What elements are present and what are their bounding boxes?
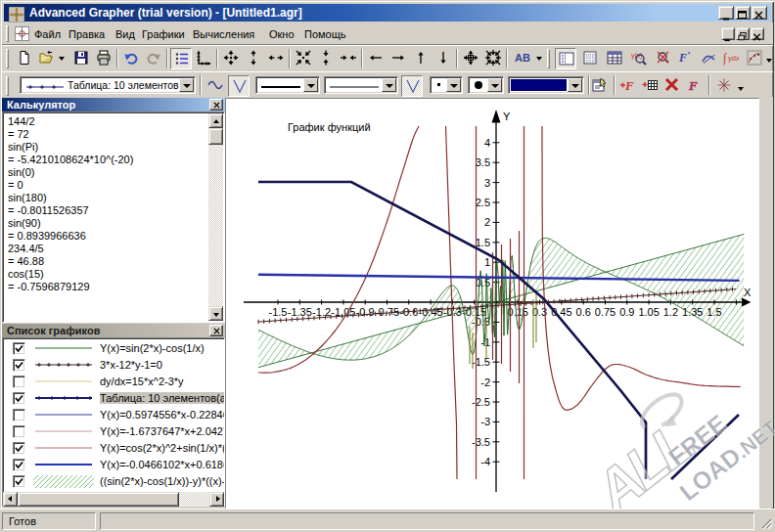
svg-text:F: F (688, 78, 698, 93)
svg-text:-2: -2 (480, 377, 490, 388)
svg-text:F: F (678, 51, 687, 65)
svg-text:-1: -1 (480, 336, 490, 348)
svg-text:-2.5: -2.5 (472, 396, 490, 408)
svg-text:-1.2: -1.2 (312, 306, 331, 318)
svg-text:-1.35: -1.35 (288, 306, 312, 318)
svg-text:F: F (624, 78, 634, 93)
svg-text:0.75: 0.75 (595, 306, 615, 318)
svg-text:-0.45: -0.45 (419, 306, 443, 318)
svg-text:1.2: 1.2 (663, 306, 678, 318)
svg-text:2.5: 2.5 (476, 197, 490, 208)
svg-text:-3: -3 (480, 416, 490, 427)
svg-text:-3.5: -3.5 (472, 436, 490, 448)
svg-text:3.5: 3.5 (476, 156, 490, 168)
svg-text:′: ′ (688, 50, 690, 60)
svg-text:График функций: График функций (288, 121, 371, 133)
svg-text:-1.5: -1.5 (472, 356, 490, 368)
svg-text:1.35: 1.35 (682, 306, 703, 318)
svg-text:0.9: 0.9 (619, 306, 634, 318)
svg-text:4: 4 (484, 137, 490, 149)
svg-text:0.6: 0.6 (576, 306, 591, 318)
svg-text:1.5: 1.5 (476, 237, 490, 248)
svg-text:ydx: ydx (728, 54, 739, 63)
svg-text:-1.5: -1.5 (269, 306, 288, 318)
svg-text:3: 3 (484, 177, 490, 189)
svg-text:1: 1 (484, 256, 490, 268)
svg-text:1.5: 1.5 (707, 306, 721, 318)
svg-text:X: X (744, 287, 752, 298)
svg-text:1.05: 1.05 (638, 306, 659, 318)
svg-text:-4: -4 (480, 456, 490, 467)
svg-text:AB: AB (515, 52, 530, 64)
svg-text:-0.5: -0.5 (472, 316, 490, 328)
svg-text:2: 2 (484, 216, 490, 228)
svg-text:Y: Y (503, 111, 511, 122)
